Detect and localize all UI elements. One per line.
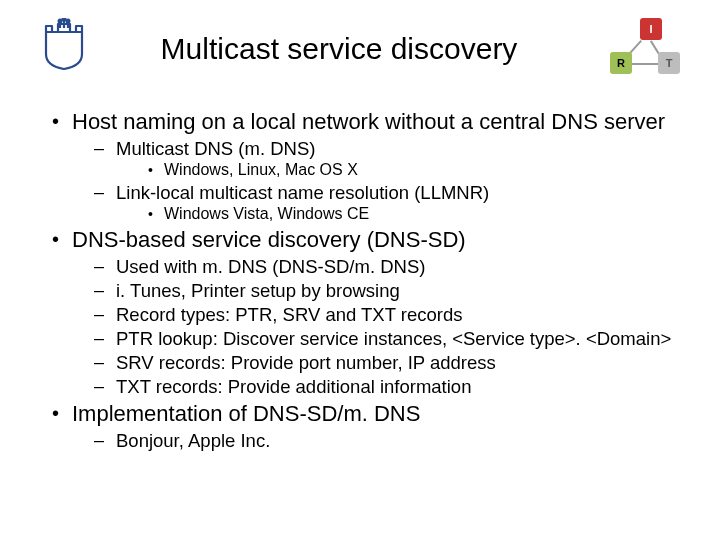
slide: Multicast service discovery I R T Host n… <box>0 0 720 540</box>
bullet-text: Record types: PTR, SRV and TXT records <box>116 304 463 325</box>
title-wrap: Multicast service discovery <box>88 18 590 66</box>
svg-point-0 <box>59 20 62 23</box>
content: Host naming on a local network without a… <box>40 108 680 452</box>
list-item: PTR lookup: Discover service instances, … <box>72 327 680 350</box>
list-item: Multicast DNS (m. DNS) Windows, Linux, M… <box>72 137 680 180</box>
bullet-text: Link-local multicast name resolution (LL… <box>116 182 489 203</box>
bullet-text: Host naming on a local network without a… <box>72 109 665 134</box>
node-label: T <box>666 57 673 69</box>
list-item: Bonjour, Apple Inc. <box>72 429 680 452</box>
svg-point-2 <box>67 20 70 23</box>
edge <box>632 63 658 65</box>
node-r: R <box>610 52 632 74</box>
node-label: R <box>617 57 625 69</box>
list-item: i. Tunes, Printer setup by browsing <box>72 279 680 302</box>
bullet-text: PTR lookup: Discover service instances, … <box>116 328 671 349</box>
bullet-text: i. Tunes, Printer setup by browsing <box>116 280 400 301</box>
list-item: Windows Vista, Windows CE <box>116 204 680 224</box>
bullet-text: Bonjour, Apple Inc. <box>116 430 270 451</box>
list-item: Link-local multicast name resolution (LL… <box>72 181 680 224</box>
node-t: T <box>658 52 680 74</box>
bullet-text: DNS-based service discovery (DNS-SD) <box>72 227 466 252</box>
columbia-crown-logo <box>40 18 88 70</box>
bullet-text: Multicast DNS (m. DNS) <box>116 138 315 159</box>
bullet-text: TXT records: Provide additional informat… <box>116 376 471 397</box>
node-label: I <box>649 23 652 35</box>
bullet-text: Windows, Linux, Mac OS X <box>164 161 358 178</box>
list-item: Used with m. DNS (DNS-SD/m. DNS) <box>72 255 680 278</box>
svg-point-1 <box>63 18 66 20</box>
list-item: Implementation of DNS-SD/m. DNS Bonjour,… <box>44 400 680 452</box>
bullet-text: Implementation of DNS-SD/m. DNS <box>72 401 420 426</box>
list-item: Record types: PTR, SRV and TXT records <box>72 303 680 326</box>
header: Multicast service discovery I R T <box>40 18 680 78</box>
node-i: I <box>640 18 662 40</box>
page-title: Multicast service discovery <box>88 32 590 66</box>
network-diagram-icon: I R T <box>590 18 680 78</box>
list-item: Windows, Linux, Mac OS X <box>116 160 680 180</box>
bullet-text: Windows Vista, Windows CE <box>164 205 369 222</box>
list-item: DNS-based service discovery (DNS-SD) Use… <box>44 226 680 398</box>
list-item: Host naming on a local network without a… <box>44 108 680 224</box>
list-item: SRV records: Provide port number, IP add… <box>72 351 680 374</box>
bullet-list: Host naming on a local network without a… <box>44 108 680 452</box>
list-item: TXT records: Provide additional informat… <box>72 375 680 398</box>
bullet-text: SRV records: Provide port number, IP add… <box>116 352 496 373</box>
bullet-text: Used with m. DNS (DNS-SD/m. DNS) <box>116 256 425 277</box>
